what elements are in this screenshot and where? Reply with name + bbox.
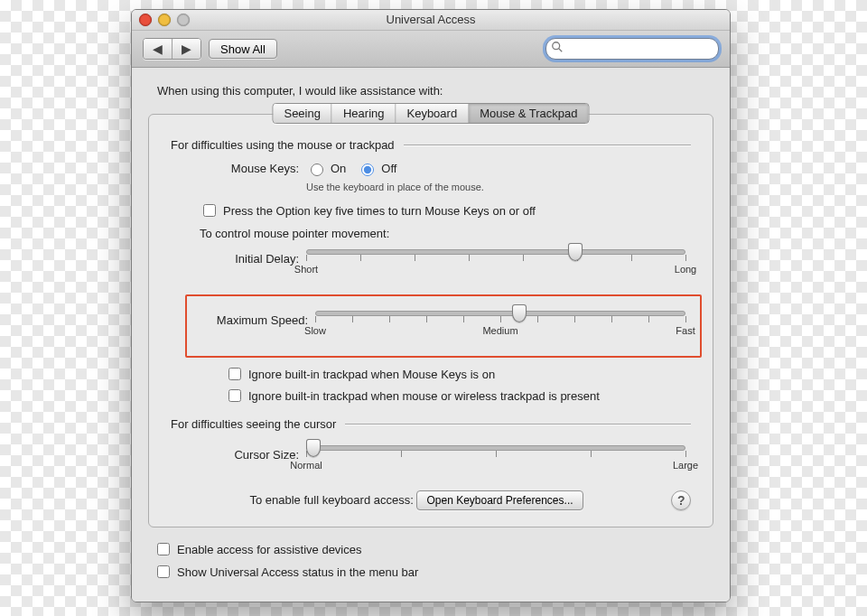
menubar-label: Show Universal Access status in the menu…	[177, 565, 418, 579]
nav-segmented: ◀ ▶	[143, 38, 201, 60]
cursor-size-label: Cursor Size:	[200, 448, 299, 462]
keyboard-access-left: To enable full keyboard access: Open Key…	[171, 490, 662, 510]
initial-delay-slider[interactable]: Short Long	[306, 244, 685, 273]
menubar-checkbox[interactable]	[157, 565, 170, 578]
max-speed-highlight: Maximum Speed: Slow Medium Fast	[185, 294, 702, 358]
radio-off-label: Off	[381, 162, 396, 175]
slider-thumb[interactable]	[568, 243, 583, 261]
search-icon	[551, 41, 564, 53]
section-cursor: For difficulties seeing the cursor	[171, 417, 691, 431]
initial-delay-row: Initial Delay: Short Long	[200, 244, 691, 273]
forward-button[interactable]: ▶	[172, 39, 200, 59]
ignore-trackpad-ext[interactable]: Ignore built-in trackpad when mouse or w…	[225, 387, 600, 405]
separator	[345, 424, 691, 425]
mouse-keys-label: Mouse Keys:	[200, 162, 299, 175]
section-mouse: For difficulties using the mouse or trac…	[171, 138, 691, 152]
slider-thumb[interactable]	[306, 439, 321, 457]
cursor-size-slider[interactable]: Normal Large	[306, 440, 685, 469]
bottom-checks: Enable access for assistive devices Show…	[154, 540, 713, 581]
back-button[interactable]: ◀	[144, 39, 172, 59]
tab-hearing[interactable]: Hearing	[332, 104, 396, 123]
ignore-trackpad-mk-label: Ignore built-in trackpad when Mouse Keys…	[248, 368, 495, 381]
control-move-label: To control mouse pointer movement:	[200, 227, 389, 240]
keyboard-access-row: To enable full keyboard access: Open Key…	[171, 490, 691, 510]
assistive-checkbox[interactable]	[157, 543, 170, 555]
tab-panel: For difficulties using the mouse or trac…	[148, 114, 713, 527]
search-input[interactable]	[545, 38, 719, 60]
section-cursor-label: For difficulties seeing the cursor	[171, 417, 336, 431]
control-move-row: To control mouse pointer movement:	[200, 227, 691, 240]
ignore-trackpad-ext-checkbox[interactable]	[228, 389, 241, 402]
menubar-check[interactable]: Show Universal Access status in the menu…	[154, 563, 713, 581]
tab-bar: Seeing Hearing Keyboard Mouse & Trackpad	[272, 103, 589, 124]
open-keyboard-prefs-button[interactable]: Open Keyboard Preferences...	[416, 490, 583, 510]
ignore-trackpad-mk-row: Ignore built-in trackpad when Mouse Keys…	[225, 365, 691, 383]
search-wrap	[545, 38, 719, 60]
radio-off[interactable]	[361, 163, 374, 176]
help-button[interactable]: ?	[671, 490, 691, 510]
show-all-button[interactable]: Show All	[209, 39, 277, 59]
assistive-label: Enable access for assistive devices	[177, 543, 361, 556]
preferences-window: Universal Access ◀ ▶ Show All When using…	[131, 9, 731, 602]
mouse-keys-row: Mouse Keys: On Off	[200, 161, 691, 176]
option-key-checkbox[interactable]	[203, 204, 216, 217]
separator	[404, 145, 691, 145]
slider-min-label: Normal	[290, 460, 322, 471]
initial-delay-label: Initial Delay:	[200, 252, 299, 266]
radio-on-label: On	[331, 162, 346, 175]
assistive-check[interactable]: Enable access for assistive devices	[154, 540, 713, 558]
radio-on[interactable]	[311, 163, 323, 176]
slider-ticks	[306, 255, 685, 262]
slider-thumb[interactable]	[512, 304, 527, 322]
tabbox-wrap: Seeing Hearing Keyboard Mouse & Trackpad…	[148, 114, 713, 527]
slider-max-label: Long	[675, 264, 696, 275]
ignore-trackpad-mk[interactable]: Ignore built-in trackpad when Mouse Keys…	[225, 365, 495, 383]
keyboard-access-label: To enable full keyboard access:	[249, 493, 413, 507]
mouse-keys-hint: Use the keyboard in place of the mouse.	[306, 182, 484, 192]
mouse-keys-hint-row: Use the keyboard in place of the mouse.	[200, 180, 691, 198]
minimize-icon[interactable]	[158, 14, 171, 26]
ignore-trackpad-ext-row: Ignore built-in trackpad when mouse or w…	[225, 387, 691, 405]
mouse-keys-off[interactable]: Off	[357, 161, 396, 176]
window-controls	[139, 14, 190, 26]
tab-seeing[interactable]: Seeing	[273, 104, 331, 123]
section-mouse-label: For difficulties using the mouse or trac…	[171, 138, 395, 152]
slider-max-label: Fast	[676, 325, 695, 336]
toolbar: ◀ ▶ Show All	[132, 31, 730, 68]
slider-max-label: Large	[673, 460, 698, 471]
slider-min-label: Slow	[304, 325, 326, 336]
max-speed-row: Maximum Speed: Slow Medium Fast	[200, 305, 691, 334]
ignore-trackpad-ext-label: Ignore built-in trackpad when mouse or w…	[248, 389, 600, 403]
option-key-check[interactable]: Press the Option key five times to turn …	[200, 201, 536, 219]
window-title: Universal Access	[387, 10, 476, 30]
zoom-icon[interactable]	[177, 14, 190, 26]
mouse-keys-on[interactable]: On	[306, 161, 346, 176]
option-key-row: Press the Option key five times to turn …	[200, 201, 691, 219]
slider-min-label: Short	[294, 264, 318, 275]
titlebar: Universal Access	[132, 10, 730, 31]
max-speed-slider[interactable]: Slow Medium Fast	[315, 305, 685, 334]
cursor-size-row: Cursor Size: Normal Large	[200, 440, 691, 469]
ignore-trackpad-mk-checkbox[interactable]	[228, 368, 241, 380]
slider-mid-label: Medium	[482, 325, 517, 336]
max-speed-label: Maximum Speed:	[200, 313, 308, 327]
tab-keyboard[interactable]: Keyboard	[396, 104, 469, 123]
svg-line-1	[559, 49, 563, 52]
slider-ticks	[306, 451, 685, 458]
close-icon[interactable]	[139, 14, 152, 26]
option-key-label: Press the Option key five times to turn …	[223, 204, 536, 218]
slider-ticks	[315, 316, 685, 323]
tab-mouse-trackpad[interactable]: Mouse & Trackpad	[469, 104, 588, 123]
svg-point-0	[553, 42, 560, 50]
intro-text: When using this computer, I would like a…	[157, 84, 713, 98]
window-body: When using this computer, I would like a…	[132, 68, 730, 602]
